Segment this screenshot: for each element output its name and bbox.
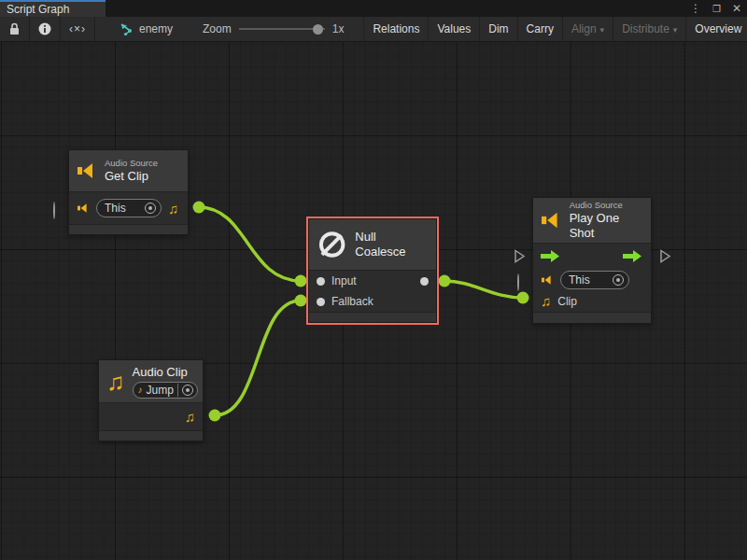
- zoom-slider[interactable]: [239, 22, 325, 35]
- wire-endpoint[interactable]: [295, 295, 307, 307]
- input-port[interactable]: [317, 277, 325, 286]
- fallback-label: Fallback: [331, 295, 374, 308]
- fallback-port-row: Fallback: [309, 291, 436, 312]
- flow-output-port[interactable]: [623, 249, 643, 263]
- code-view-button[interactable]: ‹×›: [61, 17, 95, 41]
- triangle-port-icon: [659, 249, 671, 263]
- close-icon[interactable]: ✕: [732, 2, 741, 15]
- object-picker-icon[interactable]: [182, 385, 193, 396]
- wire-output-to-clip[interactable]: [444, 281, 523, 298]
- node-title: Null Coalesce: [355, 230, 429, 259]
- script-graph-window: Script Graph ⋮ ❐ ✕ ‹×›: [0, 0, 747, 560]
- node-header: Audio Source Play One Shot: [533, 198, 651, 244]
- node-audio-clip-variable[interactable]: ♫ Audio Clip ♪ Jump ♫: [98, 359, 204, 441]
- triangle-port-icon: [514, 249, 526, 263]
- info-icon: [38, 22, 51, 35]
- this-input-port[interactable]: [517, 274, 519, 291]
- node-header: ♫ Audio Clip ♪ Jump: [99, 360, 203, 403]
- node-header: Null Coalesce: [309, 219, 436, 271]
- graph-name-label: enemy: [139, 22, 173, 35]
- inspect-button[interactable]: [30, 17, 61, 41]
- circle-port-icon: [53, 202, 55, 219]
- wire-audioclip-to-fallback[interactable]: [215, 301, 301, 415]
- carry-button[interactable]: Carry: [518, 17, 563, 41]
- node-title: Play One Shot: [570, 211, 643, 241]
- wire-endpoint[interactable]: [209, 410, 221, 422]
- flow-output-triangle[interactable]: [659, 249, 671, 263]
- flow-input-triangle[interactable]: [514, 249, 526, 263]
- fallback-port[interactable]: [317, 298, 325, 306]
- dim-label: Dim: [488, 22, 508, 35]
- lock-icon: [8, 22, 21, 35]
- zoom-control: Zoom 1x: [194, 17, 352, 41]
- audio-clip-icon: ♫: [106, 370, 125, 394]
- variable-field[interactable]: ♪ Jump: [133, 382, 198, 399]
- green-arrow-icon: [623, 249, 643, 263]
- target-value: This: [105, 202, 139, 215]
- node-title: Get Clip: [105, 169, 158, 184]
- graph-pointer-icon: [120, 23, 134, 35]
- audio-source-icon: [77, 161, 97, 180]
- maximize-icon[interactable]: ❐: [712, 4, 721, 14]
- object-picker-icon[interactable]: [613, 274, 624, 286]
- align-dropdown[interactable]: Align ▾: [563, 17, 613, 41]
- node-footer: [69, 224, 188, 234]
- values-button[interactable]: Values: [429, 17, 480, 41]
- relations-button[interactable]: Relations: [363, 17, 429, 41]
- lock-button[interactable]: [0, 17, 30, 41]
- flow-input-port[interactable]: [541, 249, 561, 263]
- target-value: This: [569, 273, 607, 287]
- overview-button[interactable]: Overview: [686, 17, 747, 41]
- distribute-label: Distribute: [622, 22, 669, 35]
- tab-bar: Script Graph ⋮ ❐ ✕: [0, 0, 747, 17]
- relations-label: Relations: [373, 22, 419, 35]
- wire-endpoint[interactable]: [295, 275, 307, 287]
- code-icon: ‹×›: [69, 22, 86, 35]
- node-null-coalesce[interactable]: Null Coalesce Input Fallback: [308, 218, 437, 323]
- carry-label: Carry: [527, 22, 554, 35]
- audio-source-icon-small: [541, 274, 554, 286]
- align-label: Align: [571, 22, 597, 35]
- clip-label: Clip: [557, 295, 577, 308]
- tab-script-graph[interactable]: Script Graph: [0, 0, 106, 17]
- clip-row: ♫ Clip: [533, 290, 651, 312]
- node-get-clip[interactable]: Audio Source Get Clip This ♫: [68, 149, 189, 235]
- clip-input-port[interactable]: ♫: [541, 294, 551, 308]
- distribute-dropdown[interactable]: Distribute ▾: [613, 17, 686, 41]
- menu-kebab-icon[interactable]: ⋮: [690, 2, 701, 15]
- window-controls: ⋮ ❐ ✕: [690, 0, 741, 17]
- audio-clip-output-port[interactable]: ♫: [168, 202, 178, 216]
- zoom-slider-handle[interactable]: [313, 24, 323, 35]
- node-footer: [533, 312, 651, 323]
- graph-toolbar: ‹×› enemy Zoom 1x Relations Values: [0, 17, 747, 42]
- wire-endpoint[interactable]: [517, 292, 529, 304]
- this-input-port[interactable]: [53, 203, 55, 219]
- target-object-field[interactable]: This: [560, 271, 629, 289]
- wire-getclip-to-input[interactable]: [199, 207, 301, 281]
- result-output-port[interactable]: [420, 277, 429, 286]
- node-play-one-shot[interactable]: Audio Source Play One Shot: [532, 197, 652, 324]
- green-arrow-icon: [541, 249, 561, 263]
- dim-button[interactable]: Dim: [480, 17, 517, 41]
- tab-title: Script Graph: [7, 3, 69, 16]
- chevron-down-icon: ▾: [600, 25, 605, 35]
- null-coalesce-icon: [317, 229, 347, 260]
- target-object-field[interactable]: This: [96, 199, 162, 217]
- audio-clip-output-port[interactable]: ♫: [185, 410, 195, 424]
- divider: [177, 384, 178, 397]
- graph-breadcrumb[interactable]: enemy: [112, 17, 181, 41]
- node-footer: [99, 430, 203, 441]
- graph-canvas[interactable]: Audio Source Get Clip This ♫: [0, 42, 747, 560]
- audio-source-icon-small: [77, 203, 90, 214]
- target-row: This: [533, 269, 651, 290]
- input-label: Input: [331, 274, 357, 287]
- node-subtitle: Audio Source: [570, 200, 643, 211]
- wire-endpoint[interactable]: [193, 202, 205, 214]
- wire-endpoint[interactable]: [439, 275, 451, 287]
- zoom-slider-track: [239, 28, 325, 30]
- circle-port-icon: [517, 273, 519, 291]
- music-note-icon: ♪: [138, 385, 143, 395]
- zoom-label: Zoom: [203, 22, 232, 35]
- object-picker-icon[interactable]: [145, 203, 156, 214]
- input-port-row: Input: [309, 271, 436, 291]
